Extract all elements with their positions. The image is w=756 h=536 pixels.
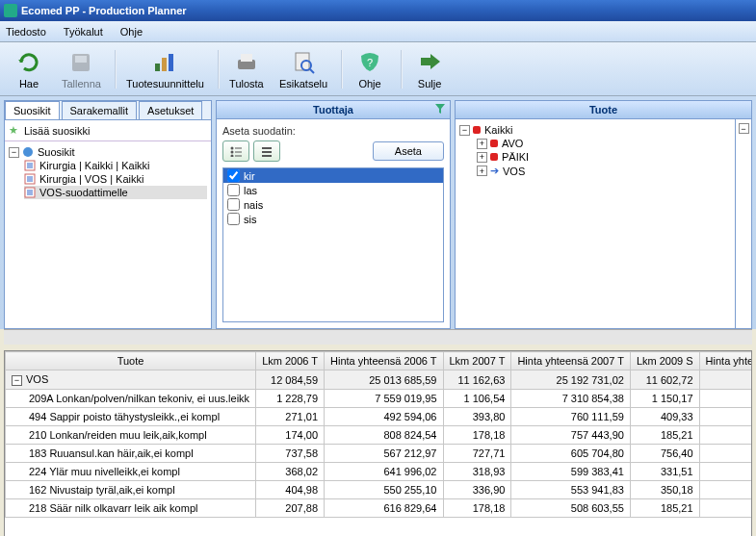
ohje-button[interactable]: ? Ohje — [347, 47, 393, 91]
col-lkm2006t[interactable]: Lkm 2006 T — [256, 352, 325, 370]
collapse-icon[interactable]: − — [459, 125, 470, 136]
product-label: AVO — [502, 138, 523, 149]
data-grid: Tuote Lkm 2006 T Hinta yhteensä 2006 T L… — [4, 350, 752, 536]
tulosta-label: Tulosta — [229, 78, 264, 89]
col-hinta2006t[interactable]: Hinta yhteensä 2006 T — [325, 352, 443, 370]
tallenna-button[interactable]: Tallenna — [56, 47, 107, 91]
col-tuote[interactable]: Tuote — [6, 352, 256, 370]
table-row[interactable]: 209A Lonkan/polven/nilkan tekoniv, ei uu… — [6, 390, 752, 408]
check-label: sis — [244, 214, 256, 225]
esikatselu-button[interactable]: Esikatselu — [274, 47, 333, 91]
expand-icon[interactable]: + — [477, 139, 487, 149]
tree-root[interactable]: − Suosikit — [9, 145, 207, 159]
sulje-button[interactable]: Sulje — [406, 47, 453, 91]
collapse-icon[interactable]: − — [739, 123, 749, 134]
product-item-selected[interactable]: +➔VOS — [477, 164, 731, 178]
add-favorite-label: Lisää suosikki — [24, 125, 90, 137]
tuotesuunnittelu-button[interactable]: Tuotesuunnittelu — [120, 47, 210, 91]
aseta-button[interactable]: Aseta — [373, 141, 444, 161]
svg-text:?: ? — [367, 57, 373, 68]
hae-button[interactable]: Hae — [6, 47, 52, 91]
separator — [401, 50, 403, 89]
product-root[interactable]: − Kaikki — [459, 123, 731, 137]
funnel-icon[interactable] — [434, 103, 446, 115]
table-row[interactable]: 162 Nivustaip tyräl,aik,ei kompl 404,985… — [6, 481, 752, 499]
esikatselu-label: Esikatselu — [279, 78, 327, 89]
checkbox[interactable] — [227, 184, 240, 196]
tree-item-label: Kirurgia | Kaikki | Kaikki — [39, 160, 150, 171]
col-lkm2007t[interactable]: Lkm 2007 T — [443, 352, 511, 370]
tree-item-selected[interactable]: VOS-suodattimelle — [24, 186, 207, 199]
tab-asetukset[interactable]: Asetukset — [139, 101, 202, 119]
tab-sarakemallit[interactable]: Sarakemallit — [62, 101, 138, 119]
tuote-panel: Tuote − Kaikki +AVO +PÄIKI +➔VOS — [455, 100, 752, 329]
table-row[interactable]: 210 Lonkan/reiden muu leik,aik,kompl 174… — [6, 426, 752, 445]
expand-icon[interactable]: + — [477, 166, 487, 176]
close-icon — [416, 49, 443, 76]
col-hinta2009s[interactable]: Hinta yhteensä 2009 S — [699, 352, 751, 370]
red-dot-icon — [490, 153, 498, 161]
check-item-kir[interactable]: kir — [223, 168, 443, 183]
tuottaja-header: Tuottaja — [217, 101, 450, 119]
expand-icon[interactable]: + — [477, 152, 487, 163]
separator — [218, 50, 220, 89]
check-label: nais — [244, 199, 263, 211]
check-item-sis[interactable]: sis — [223, 212, 443, 226]
tuotesuunnittelu-label: Tuotesuunnittelu — [126, 78, 204, 89]
checkbox[interactable] — [227, 213, 240, 225]
menu-tiedosto[interactable]: Tiedosto — [6, 26, 46, 38]
product-item[interactable]: +AVO — [477, 137, 731, 150]
right-expand-column: − — [736, 119, 751, 328]
tab-suosikit[interactable]: Suosikit — [5, 101, 60, 119]
preview-icon — [290, 49, 317, 76]
h-scrollbar[interactable] — [4, 329, 752, 345]
table-row[interactable]: 218 Säär nilk olkavarr leik aik kompl 20… — [6, 499, 752, 518]
tuote-header: Tuote — [456, 101, 751, 119]
tree-item[interactable]: Kirurgia | Kaikki | Kaikki — [24, 159, 207, 172]
add-favorite[interactable]: ★ Lisää suosikki — [5, 120, 211, 141]
group-row[interactable]: −VOS 12 084,5925 013 685,5911 162,63 25 … — [6, 370, 752, 390]
svg-rect-3 — [162, 58, 167, 71]
svg-rect-6 — [241, 54, 252, 62]
tallenna-label: Tallenna — [62, 78, 101, 89]
product-item[interactable]: +PÄIKI — [477, 150, 731, 164]
left-panel: Suosikit Sarakemallit Asetukset ★ Lisää … — [4, 100, 212, 329]
list-view-button[interactable] — [222, 140, 249, 162]
titlebar: Ecomed PP - Production Planner — [0, 0, 756, 21]
collapse-icon[interactable]: − — [12, 375, 22, 386]
filter-checklist: kir las nais sis — [222, 167, 444, 322]
filter-label: Aseta suodatin: — [222, 125, 444, 137]
hae-label: Hae — [19, 78, 39, 89]
check-item-nais[interactable]: nais — [223, 197, 443, 212]
col-hinta2007t[interactable]: Hinta yhteensä 2007 T — [511, 352, 630, 370]
menu-tyokalut[interactable]: Työkalut — [64, 26, 103, 38]
sulje-label: Sulje — [418, 78, 441, 89]
red-dot-icon — [490, 140, 498, 147]
app-icon — [4, 4, 17, 17]
checkbox[interactable] — [227, 198, 240, 211]
save-icon — [67, 49, 94, 76]
refresh-icon — [15, 49, 42, 76]
collapse-icon[interactable]: − — [9, 147, 19, 158]
tree-item-label: Kirurgia | VOS | Kaikki — [39, 173, 143, 185]
workarea: Suosikit Sarakemallit Asetukset ★ Lisää … — [0, 96, 756, 329]
menubar: Tiedosto Työkalut Ohje — [0, 21, 756, 42]
table-row[interactable]: 224 Ylär muu nivelleikk,ei kompl 368,026… — [6, 463, 752, 481]
product-root-label: Kaikki — [484, 124, 512, 136]
menu-ohje[interactable]: Ohje — [120, 26, 143, 38]
left-tabs: Suosikit Sarakemallit Asetukset — [5, 101, 211, 120]
product-label: PÄIKI — [502, 151, 529, 163]
svg-point-11 — [23, 147, 33, 157]
tree-item[interactable]: Kirurgia | VOS | Kaikki — [24, 172, 207, 186]
favorites-tree: − Suosikit Kirurgia | Kaikki | Kaikki Ki… — [5, 141, 211, 328]
svg-point-26 — [231, 151, 234, 154]
check-item-las[interactable]: las — [223, 183, 443, 197]
table-row[interactable]: 183 Ruuansul.kan häir,aik,ei kompl 737,5… — [6, 445, 752, 463]
window-title: Ecomed PP - Production Planner — [21, 5, 187, 16]
tulosta-button[interactable]: Tulosta — [223, 47, 270, 91]
tuottaja-panel: Tuottaja Aseta suodatin: Aseta kir las n… — [216, 100, 451, 329]
table-row[interactable]: 494 Sappir poisto tähystysleikk.,ei komp… — [6, 408, 752, 426]
compact-view-button[interactable] — [253, 140, 280, 162]
col-lkm2009s[interactable]: Lkm 2009 S — [630, 352, 699, 370]
checkbox[interactable] — [227, 169, 240, 182]
